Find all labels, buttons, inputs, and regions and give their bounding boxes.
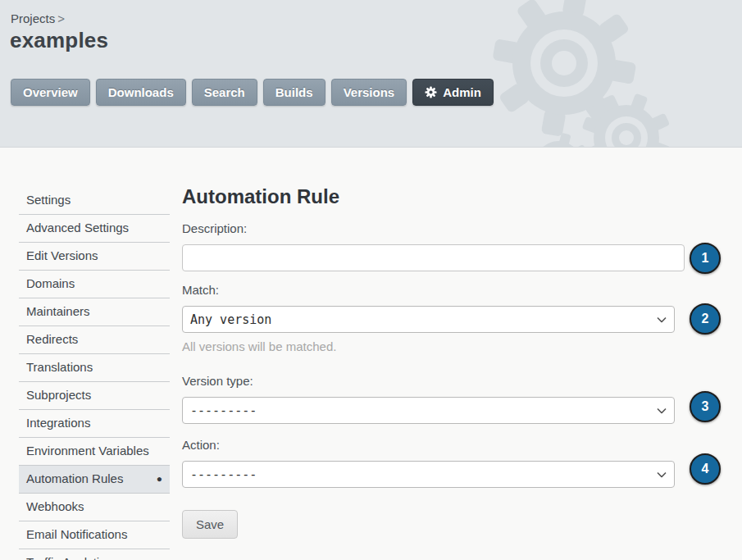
annotation-badge-3: 3	[690, 391, 721, 422]
tab-overview[interactable]: Overview	[11, 79, 90, 106]
gear-icon	[425, 86, 437, 98]
annotation-badge-2: 2	[690, 303, 721, 335]
gears-decoration	[488, 0, 742, 148]
breadcrumb-separator: >	[57, 11, 65, 25]
annotation-badge-1: 1	[690, 243, 721, 274]
breadcrumb-projects-link[interactable]: Projects	[11, 11, 55, 25]
sidebar-item-maintainers[interactable]: Maintainers	[19, 298, 170, 326]
tab-builds[interactable]: Builds	[263, 79, 325, 106]
version-type-label: Version type:	[182, 374, 685, 389]
sidebar-item-environment-variables[interactable]: Environment Variables	[19, 438, 170, 466]
description-label: Description:	[182, 221, 685, 236]
sidebar-item-translations[interactable]: Translations	[19, 354, 170, 382]
sidebar-item-settings[interactable]: Settings	[19, 187, 170, 215]
sidebar-item-domains[interactable]: Domains	[19, 271, 170, 298]
project-nav: Overview Downloads Search Builds Version…	[11, 79, 494, 106]
version-type-select[interactable]: ---------	[182, 397, 675, 424]
description-input[interactable]	[182, 244, 685, 271]
tab-versions[interactable]: Versions	[331, 79, 407, 106]
sidebar-item-webhooks[interactable]: Webhooks	[19, 494, 170, 521]
tab-admin[interactable]: Admin	[412, 79, 494, 106]
action-select[interactable]: ---------	[182, 461, 675, 488]
sidebar-item-email-notifications[interactable]: Email Notifications	[19, 521, 170, 549]
sidebar-item-traffic-analytics[interactable]: Traffic Analytics	[19, 549, 170, 560]
active-item-bullet: ●	[157, 471, 162, 486]
project-admin-page: Projects> examples Overview Downloads Se…	[0, 0, 742, 560]
match-help-text: All versions will be matched.	[182, 339, 685, 353]
tab-downloads[interactable]: Downloads	[96, 79, 186, 106]
breadcrumb: Projects>	[11, 11, 65, 25]
admin-sidebar: Settings Advanced Settings Edit Versions…	[19, 187, 170, 560]
project-header: Projects> examples Overview Downloads Se…	[0, 0, 742, 148]
sidebar-item-subprojects[interactable]: Subprojects	[19, 382, 170, 410]
annotation-badge-4: 4	[690, 453, 721, 485]
sidebar-item-integrations[interactable]: Integrations	[19, 410, 170, 438]
automation-rule-form: Automation Rule Description: Match: Any …	[182, 185, 685, 539]
sidebar-item-edit-versions[interactable]: Edit Versions	[19, 243, 170, 271]
sidebar-item-advanced-settings[interactable]: Advanced Settings	[19, 215, 170, 243]
section-title: Automation Rule	[182, 185, 685, 208]
page-title: examples	[10, 28, 108, 53]
sidebar-item-automation-rules[interactable]: Automation Rules ●	[19, 466, 170, 494]
match-label: Match:	[182, 283, 685, 298]
tab-admin-label: Admin	[443, 85, 481, 99]
save-button[interactable]: Save	[182, 510, 238, 539]
match-select[interactable]: Any version	[182, 306, 675, 333]
tab-search[interactable]: Search	[192, 79, 257, 106]
sidebar-item-redirects[interactable]: Redirects	[19, 326, 170, 354]
action-label: Action:	[182, 438, 685, 453]
